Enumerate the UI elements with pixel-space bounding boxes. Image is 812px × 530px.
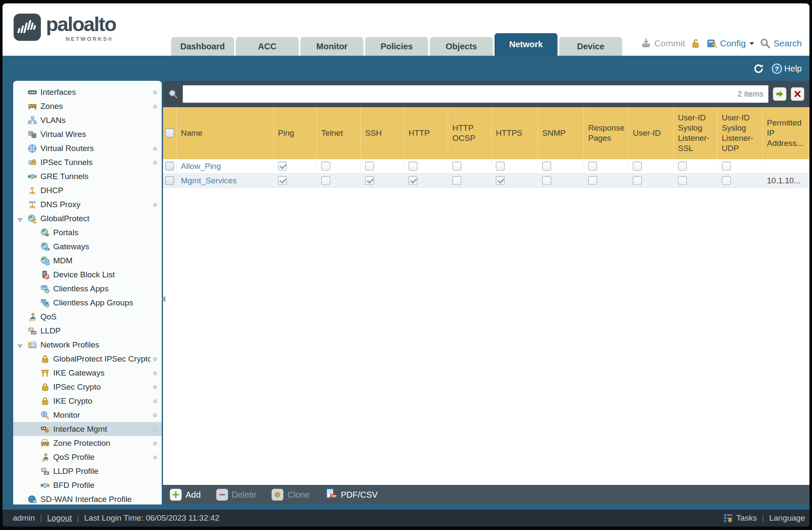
http-checkbox[interactable] xyxy=(409,176,417,185)
tab-device[interactable]: Device xyxy=(559,37,622,56)
sidebar-item-sd-wan-interface-profile[interactable]: SD-WAN Interface Profile xyxy=(13,492,162,504)
response-pages-checkbox[interactable] xyxy=(588,162,597,171)
sidebar-item-gateways[interactable]: Gateways xyxy=(13,239,162,254)
ping-checkbox[interactable] xyxy=(278,162,287,171)
sidebar-item-qos[interactable]: QoSQoS xyxy=(13,310,162,324)
sidebar-item-clientless-apps[interactable]: Clientless Apps xyxy=(13,282,162,296)
sidebar-item-vlans[interactable]: VLANs xyxy=(13,113,162,127)
sidebar-item-device-block-list[interactable]: Device Block List xyxy=(13,268,162,282)
lock-icon[interactable] xyxy=(690,38,701,49)
commit-button[interactable]: Commit xyxy=(640,38,685,49)
sidebar-item-monitor[interactable]: Monitor xyxy=(13,408,162,422)
tab-network[interactable]: Network xyxy=(495,33,558,56)
ssh-checkbox[interactable] xyxy=(365,162,374,171)
snmp-checkbox[interactable] xyxy=(542,162,551,171)
column-header-https[interactable]: HTTPS xyxy=(492,107,538,159)
telnet-checkbox[interactable] xyxy=(321,162,330,171)
sidebar-item-lldp-profile[interactable]: LLDP Profile xyxy=(13,464,162,478)
ping-checkbox[interactable] xyxy=(278,176,287,185)
column-header-http-ocsp[interactable]: HTTP OCSP xyxy=(448,107,492,159)
sidebar-item-portals[interactable]: Portals xyxy=(13,225,162,239)
http-checkbox[interactable] xyxy=(409,162,417,171)
sidebar-item-gre-tunnels[interactable]: GRE Tunnels xyxy=(13,169,162,183)
user-id-checkbox[interactable] xyxy=(633,176,642,185)
sidebar-item-qos-profile[interactable]: QoSQoS Profile xyxy=(13,450,162,464)
ssh-checkbox[interactable] xyxy=(365,176,374,185)
row-select-checkbox[interactable] xyxy=(165,162,174,171)
sidebar-item-globalprotect-ipsec-crypto[interactable]: GlobalProtect IPSec Crypto xyxy=(13,352,162,366)
column-header-response-pages[interactable]: Response Pages xyxy=(584,107,629,159)
profile-name-link[interactable]: Allow_Ping xyxy=(181,162,221,171)
config-menu-button[interactable]: Config xyxy=(706,38,755,49)
response-pages-checkbox[interactable] xyxy=(588,176,597,185)
column-header-user-id[interactable]: User-ID xyxy=(629,107,674,159)
column-header-snmp[interactable]: SNMP xyxy=(538,107,584,159)
sidebar-item-interfaces[interactable]: Interfaces xyxy=(13,85,162,99)
user-id-syslog-ssl-checkbox[interactable] xyxy=(678,162,687,171)
language-button[interactable]: Language xyxy=(769,513,805,523)
help-button[interactable]: ? Help xyxy=(771,63,802,74)
sidebar-item-clientless-app-groups[interactable]: Clientless App Groups xyxy=(13,296,162,310)
column-header-permitted-ip[interactable]: Permitted IP Address... xyxy=(763,107,809,159)
sidebar-item-virtual-routers[interactable]: Virtual Routers xyxy=(13,141,162,155)
sidebar-item-interface-mgmt[interactable]: Interface Mgmt xyxy=(13,422,162,436)
telnet-checkbox[interactable] xyxy=(321,176,330,185)
sidebar-item-ipsec-tunnels[interactable]: IPSec Tunnels xyxy=(13,155,162,169)
profile-name-link[interactable]: Mgmt_Services xyxy=(181,176,237,185)
main-panel: 2 items NamePingTelnetSSHHTTPHTTP OCSPHT… xyxy=(163,81,809,504)
clear-filter-button[interactable] xyxy=(791,87,804,101)
user-id-checkbox[interactable] xyxy=(633,162,642,171)
global-search-button[interactable]: Search xyxy=(760,38,802,49)
sidebar-item-ipsec-crypto[interactable]: IPSec Crypto xyxy=(13,380,162,394)
user-id-syslog-ssl-checkbox[interactable] xyxy=(678,176,687,185)
column-header-http[interactable]: HTTP xyxy=(404,107,448,159)
sidebar-collapse-handle[interactable] xyxy=(161,295,166,303)
tasks-button[interactable]: Tasks xyxy=(723,513,757,524)
sidebar-item-virtual-wires[interactable]: Virtual Wires xyxy=(13,127,162,141)
refresh-icon[interactable] xyxy=(753,63,764,74)
sidebar-item-dhcp[interactable]: IPDHCP xyxy=(13,183,162,197)
https-checkbox[interactable] xyxy=(496,162,505,171)
user-id-syslog-udp-checkbox[interactable] xyxy=(722,176,731,185)
filter-input[interactable] xyxy=(183,85,769,103)
column-header-telnet[interactable]: Telnet xyxy=(317,107,361,159)
column-header-ping[interactable]: Ping xyxy=(274,107,317,159)
column-header-user-id-syslog-udp[interactable]: User-ID Syslog Listener-UDP xyxy=(718,107,763,159)
http-ocsp-checkbox[interactable] xyxy=(452,162,461,171)
sidebar-item-dns-proxy[interactable]: DNSDNS Proxy xyxy=(13,197,162,211)
snmp-checkbox[interactable] xyxy=(542,176,551,185)
tab-dashboard[interactable]: Dashboard xyxy=(171,37,234,56)
http-ocsp-cell xyxy=(448,174,492,188)
user-id-syslog-udp-checkbox[interactable] xyxy=(722,162,731,171)
tab-acc[interactable]: ACC xyxy=(236,37,299,56)
sidebar-item-label: BFD Profile xyxy=(53,481,151,490)
sidebar-item-bfd-profile[interactable]: BFD Profile xyxy=(13,478,162,492)
sidebar-item-zones[interactable]: Zones xyxy=(13,99,162,113)
chevron-down-icon xyxy=(749,42,755,46)
https-checkbox[interactable] xyxy=(496,176,505,185)
logout-link[interactable]: Logout xyxy=(47,513,72,523)
expander-triangle-icon[interactable] xyxy=(17,342,23,348)
tab-policies[interactable]: Policies xyxy=(365,37,428,56)
sidebar-item-lldp[interactable]: LLDP xyxy=(13,324,162,338)
tab-objects[interactable]: Objects xyxy=(430,37,493,56)
pdf-csv-button[interactable]: PDFPDF/CSV xyxy=(325,488,378,502)
lldp-icon xyxy=(28,326,37,336)
sidebar-item-zone-protection[interactable]: Zone Protection xyxy=(13,436,162,450)
expander-triangle-icon[interactable] xyxy=(17,216,23,222)
http-ocsp-checkbox[interactable] xyxy=(452,176,461,185)
sidebar-item-network-profiles[interactable]: Network Profiles xyxy=(13,338,162,352)
row-select-checkbox[interactable] xyxy=(165,176,174,185)
sidebar-item-globalprotect[interactable]: GlobalProtect xyxy=(13,211,162,225)
add-button[interactable]: Add xyxy=(170,489,201,501)
apply-filter-button[interactable] xyxy=(773,87,786,101)
column-header-user-id-syslog-ssl[interactable]: User-ID Syslog Listener-SSL xyxy=(674,107,718,159)
sidebar-item-mdm[interactable]: MDM xyxy=(13,254,162,268)
tab-monitor[interactable]: Monitor xyxy=(300,37,363,56)
select-all-checkbox[interactable] xyxy=(165,128,174,137)
sidebar-item-ike-crypto[interactable]: IKE Crypto xyxy=(13,394,162,408)
column-header-ssh[interactable]: SSH xyxy=(361,107,404,159)
search-label: Search xyxy=(773,38,802,48)
sidebar-item-ike-gateways[interactable]: IKE Gateways xyxy=(13,366,162,380)
column-header-name[interactable]: Name xyxy=(177,107,274,159)
